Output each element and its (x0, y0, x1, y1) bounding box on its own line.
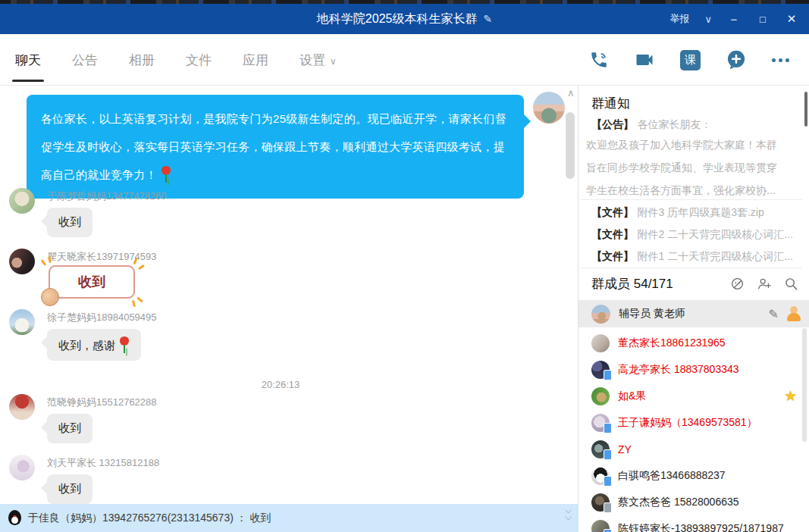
sidebar-scrollbar[interactable] (804, 92, 807, 127)
sparkle-decor (136, 296, 143, 302)
mobile-online-badge (604, 529, 612, 532)
sender-name[interactable]: 范晓铮妈妈15512762288 (47, 396, 157, 409)
scroll-to-bottom-icon[interactable]: ⌵⌵ (565, 507, 572, 521)
file-label: 【文件】 (591, 228, 634, 240)
member-row[interactable]: 蔡文杰爸爸 15828006635 (579, 489, 809, 515)
file-name: 附件1 二十天背完四级核心词汇... (637, 250, 792, 262)
group-notice-title[interactable]: 群通知 (591, 95, 630, 112)
voice-call-icon[interactable] (589, 50, 609, 70)
add-member-icon[interactable] (757, 277, 772, 291)
avatar[interactable] (9, 455, 35, 480)
pinned-message-text: 各位家长，以上英语复习计划，是我院专门为25级新生制定的。现已临近开学，请家长们… (41, 112, 506, 181)
close-button[interactable]: ✕ (785, 12, 798, 26)
mobile-online-badge (604, 476, 612, 487)
tabs: 聊天 公告 相册 文件 应用 设置∨ (14, 34, 338, 86)
message-bubble[interactable]: 收到，感谢 (47, 329, 141, 361)
search-member-icon[interactable] (784, 277, 798, 291)
file-label: 【文件】 (591, 250, 634, 262)
edit-title-icon[interactable]: ✎ (483, 13, 492, 25)
video-call-icon[interactable] (634, 49, 655, 70)
member-status-icon (786, 306, 801, 321)
qq-penguin-icon (8, 510, 22, 526)
group-title: 地科学院2025级本科生家长群 (317, 11, 478, 27)
message-text: 收到，感谢 (58, 339, 115, 352)
member-row[interactable]: 白骐鸣爸13466888237 (579, 462, 809, 489)
edit-card-icon[interactable]: ✎ (769, 307, 779, 321)
member-name: 蔡文杰爸爸 15828006635 (618, 496, 739, 509)
member-row[interactable]: 董杰家长18861231965 (579, 330, 809, 356)
message-bubble[interactable]: 收到 (47, 208, 93, 237)
sender-name[interactable]: 徐子楚妈妈18984059495 (47, 311, 157, 324)
member-row[interactable]: 陈钰婷家长-13893897925/1871987 (579, 515, 809, 532)
file-row[interactable]: 【文件】 附件2 二十天背完四级核心词汇... (591, 227, 802, 242)
latest-message-bar[interactable]: 于佳良（妈妈）13942765276(2313145673) ： 收到 ⌵⌵ (0, 504, 578, 532)
divider (581, 268, 802, 268)
more-options-icon[interactable] (772, 58, 789, 62)
collapse-icon[interactable]: ∧ (567, 87, 575, 99)
avatar[interactable] (9, 188, 35, 214)
message-text: 收到 (58, 482, 81, 495)
tab-files[interactable]: 文件 (184, 52, 213, 69)
member-name: 董杰家长18861231965 (618, 336, 726, 350)
avatar[interactable] (9, 249, 35, 274)
divider (581, 199, 802, 200)
own-avatar[interactable] (533, 92, 565, 124)
member-row[interactable]: 高龙亭家长 18837803343 (579, 356, 809, 383)
tab-chat[interactable]: 聊天 (14, 52, 42, 69)
maximize-button[interactable]: □ (756, 14, 770, 25)
chat-scrollbar[interactable] (566, 112, 575, 179)
message-bubble[interactable]: 收到 (47, 474, 93, 504)
mobile-online-badge (604, 502, 612, 513)
members-header-icons (730, 277, 798, 291)
message-text: 收到 (58, 421, 81, 434)
titlebar: 地科学院2025级本科生家长群 ✎ 举报 ∨ − □ ✕ (0, 4, 809, 34)
message-text: 收到 (58, 215, 81, 228)
file-row[interactable]: 【文件】 附件1 二十天背完四级核心词汇... (591, 249, 802, 264)
file-name: 附件2 二十天背完四级核心词汇... (637, 228, 792, 240)
member-row[interactable]: 如&果 ★ (579, 383, 809, 409)
sender-name[interactable]: 瞿天晓家长13971974593 (47, 250, 157, 264)
mute-icon[interactable] (730, 277, 745, 291)
sparkle-decor (41, 259, 47, 266)
chevron: ⌵ (565, 514, 572, 521)
sidebar-scrollbar-thumb[interactable] (802, 328, 807, 442)
class-icon-label: 课 (685, 53, 696, 67)
file-row[interactable]: 【文件】 附件3 历年四级真题3套.zip (591, 205, 802, 220)
avatar (591, 387, 610, 405)
minimize-button[interactable]: − (727, 13, 741, 26)
chevron-down-icon[interactable]: ∨ (704, 14, 712, 25)
avatar[interactable] (9, 309, 35, 335)
class-icon[interactable]: 课 (680, 50, 701, 70)
sticker-message[interactable]: 收到 (49, 265, 135, 299)
add-plus-icon[interactable] (726, 49, 747, 70)
member-row[interactable]: ZY (579, 436, 809, 462)
member-name: 辅导员 黄老师 (619, 307, 685, 321)
members-count-title: 群成员 54/171 (591, 275, 673, 293)
tab-announcement[interactable]: 公告 (71, 52, 99, 69)
sender-name[interactable]: 于陈梦哲妈妈13477478260 (47, 189, 167, 203)
sparkle-decor (138, 264, 145, 271)
member-name: 如&果 (618, 390, 646, 403)
file-label: 【文件】 (591, 206, 634, 218)
pinned-message-bubble[interactable]: 各位家长，以上英语复习计划，是我院专门为25级新生制定的。现已临近开学，请家长们… (27, 95, 524, 199)
notice-row[interactable]: 【公告】 各位家长朋友： (591, 117, 711, 132)
tab-settings[interactable]: 设置∨ (298, 52, 338, 69)
avatar[interactable] (9, 394, 35, 420)
message-bubble[interactable]: 收到 (47, 414, 93, 443)
tab-apps[interactable]: 应用 (241, 52, 270, 69)
timestamp: 20:26:13 (0, 379, 561, 390)
member-row-admin[interactable]: 辅导员 黄老师 ✎ (579, 300, 809, 327)
report-button[interactable]: 举报 (669, 12, 689, 26)
star-icon: ★ (784, 387, 797, 405)
file-name: 附件3 历年四级真题3套.zip (637, 206, 764, 218)
tab-album[interactable]: 相册 (127, 52, 156, 69)
avatar (591, 361, 610, 379)
notice-label: 【公告】 (591, 118, 634, 130)
toolbar-icons: 课 (589, 34, 789, 86)
sender-name[interactable]: 刘天平家长 13215812188 (47, 456, 159, 470)
member-name: 白骐鸣爸13466888237 (618, 469, 726, 483)
sparkle-decor (132, 300, 136, 307)
notice-line: 旨在同步学校学院通知、学业表现等贯穿 (586, 161, 777, 175)
qq-group-chat-window: 地科学院2025级本科生家长群 ✎ 举报 ∨ − □ ✕ 聊天 公告 相册 文件… (0, 0, 809, 532)
member-row[interactable]: 王子谦妈妈（13469573581） (579, 409, 809, 436)
